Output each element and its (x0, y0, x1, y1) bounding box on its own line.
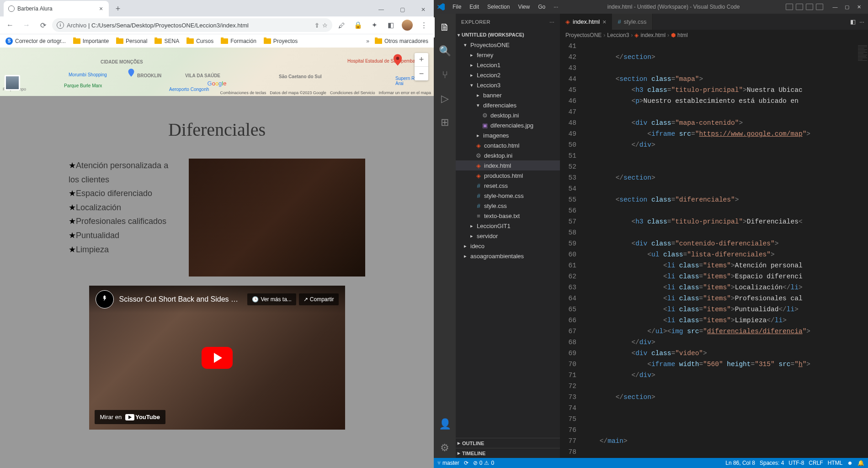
tree-folder[interactable]: ▸imagenes (456, 130, 560, 140)
layout-icon[interactable] (786, 4, 793, 10)
maximize-icon[interactable]: ▢ (841, 2, 852, 11)
youtube-embed[interactable]: Scissor Cut Short Back and Sides M... 🕒 … (89, 286, 345, 430)
encoding[interactable]: UTF-8 (788, 460, 804, 466)
extension-icon[interactable]: 🖊 (334, 18, 349, 32)
tree-file[interactable]: #style.css (456, 201, 560, 211)
video-title[interactable]: Scissor Cut Short Back and Sides M... (119, 295, 242, 303)
menu-go[interactable]: Go (535, 2, 548, 12)
tree-folder[interactable]: ▾Leccion3 (456, 80, 560, 90)
tree-folder[interactable]: ▸ferney (456, 50, 560, 60)
tree-file[interactable]: ⚙desktop.ini (456, 150, 560, 160)
bookmark-sena[interactable]: SENA (153, 37, 181, 46)
reload-button[interactable]: ⟳ (36, 18, 50, 32)
close-tab-icon[interactable]: × (602, 18, 606, 26)
address-bar[interactable]: i Archivo | C:/Users/Sena/Desktop/Proyec… (52, 18, 332, 32)
bookmarks-overflow[interactable]: » (366, 38, 369, 44)
bookmark-spell[interactable]: SCorrector de ortogr... (4, 36, 68, 46)
sync-button[interactable]: ⟳ (464, 460, 469, 466)
zoom-in-button[interactable]: + (415, 53, 428, 67)
code-editor[interactable]: 4142434445464748495051525354555657585960… (560, 41, 868, 458)
tree-file[interactable]: ◈productos.html (456, 170, 560, 181)
profile-avatar[interactable] (402, 20, 413, 31)
more-actions-icon[interactable]: ··· (859, 18, 864, 25)
menu-file[interactable]: File (449, 2, 464, 12)
tree-folder[interactable]: ▸asoagroambientales (456, 251, 560, 261)
bookmark-personal[interactable]: Personal (114, 37, 149, 46)
streetview-button[interactable] (5, 75, 20, 90)
tree-folder[interactable]: ▸Leccion1 (456, 60, 560, 70)
notifications-icon[interactable]: 🔔 (857, 460, 864, 466)
tab-index[interactable]: ◈index.html× (560, 14, 612, 30)
more-icon[interactable]: ··· (549, 19, 554, 25)
tab-style[interactable]: #style.css (612, 14, 652, 30)
tree-file[interactable]: ≡texto-base.txt (456, 211, 560, 221)
git-branch[interactable]: ⑂ master (437, 460, 459, 466)
run-debug-icon[interactable]: ▷ (434, 89, 456, 109)
bookmark-importante[interactable]: Importante (71, 37, 111, 46)
tree-folder[interactable]: ▸LeccionGIT1 (456, 221, 560, 231)
bookmark-otros[interactable]: Otros marcadores (373, 37, 430, 46)
file-tree[interactable]: ▾ProyectosONE ▸ferney ▸Leccion1 ▸Leccion… (456, 40, 560, 438)
menu-icon[interactable]: ⋮ (416, 18, 431, 32)
timeline-section[interactable]: ▸TIMELINE (456, 448, 560, 458)
tree-folder[interactable]: ▾ProyectosONE (456, 40, 560, 50)
settings-icon[interactable]: ⚙ (434, 438, 456, 458)
watch-later-button[interactable]: 🕒 Ver más ta... (247, 293, 296, 305)
tree-file[interactable]: ◈contacto.html (456, 140, 560, 150)
bookmark-star-icon[interactable]: ☆ (322, 22, 328, 29)
tree-folder[interactable]: ▸Leccion2 (456, 70, 560, 80)
menu-edit[interactable]: Edit (466, 2, 482, 12)
indentation[interactable]: Spaces: 4 (760, 460, 784, 466)
tree-folder[interactable]: ▾diferenciales (456, 100, 560, 110)
split-editor-icon[interactable]: ◧ (850, 18, 856, 25)
menu-view[interactable]: View (515, 2, 533, 12)
tree-folder[interactable]: ▸ideco (456, 241, 560, 251)
maximize-icon[interactable]: ▢ (392, 3, 413, 16)
layout-icon[interactable] (796, 4, 803, 10)
tree-folder[interactable]: ▸servidor (456, 231, 560, 241)
feedback-icon[interactable]: ☻ (847, 460, 853, 466)
channel-icon[interactable] (96, 290, 114, 308)
extensions-icon[interactable]: ✦ (367, 18, 382, 32)
tree-folder[interactable]: ▸banner (456, 90, 560, 100)
search-icon[interactable]: 🔍 (434, 41, 456, 61)
menu-more[interactable]: ··· (550, 2, 561, 12)
close-icon[interactable]: ✕ (853, 2, 864, 11)
back-button[interactable]: ← (3, 18, 17, 32)
breadcrumb[interactable]: ProyectosONE› Leccion3› ◈index.html› ⬢ht… (560, 30, 868, 41)
minimize-icon[interactable]: — (830, 2, 841, 11)
map-embed[interactable]: CIDADE MONÇÕES BROOKLIN VILA DA SAÚDE Ho… (0, 48, 434, 96)
info-icon[interactable]: i (57, 21, 64, 29)
play-button[interactable] (202, 347, 233, 369)
tree-file[interactable]: ▣diferenciales.jpg (456, 120, 560, 130)
extension-icon[interactable]: 🔒 (351, 18, 365, 32)
eol[interactable]: CRLF (809, 460, 823, 466)
tree-file-active[interactable]: ◈index.html (456, 160, 560, 170)
new-tab-button[interactable]: + (112, 2, 124, 15)
layout-icon[interactable] (806, 4, 813, 10)
cursor-position[interactable]: Ln 86, Col 8 (725, 460, 755, 466)
close-window-icon[interactable]: ✕ (413, 3, 434, 16)
bookmark-proyectos[interactable]: Proyectos (262, 37, 299, 46)
watch-on-youtube[interactable]: Mirar en YouTube (95, 410, 165, 424)
minimap[interactable] (857, 41, 868, 458)
tree-file[interactable]: #reset.css (456, 181, 560, 191)
language-mode[interactable]: HTML (828, 460, 843, 466)
menu-selection[interactable]: Selection (484, 2, 513, 12)
share-icon[interactable]: ⇧ (314, 22, 320, 29)
code-content[interactable]: </section> <section class="mapa"> <h3 cl… (584, 41, 857, 458)
zoom-out-button[interactable]: − (415, 67, 428, 80)
problems[interactable]: ⊘ 0 ⚠ 0 (473, 460, 494, 466)
explorer-icon[interactable]: 🗎 (434, 17, 456, 37)
outline-section[interactable]: ▸OUTLINE (456, 438, 560, 448)
tree-file[interactable]: #style-home.css (456, 191, 560, 201)
sidepanel-icon[interactable]: ◧ (383, 18, 398, 32)
workspace-section[interactable]: ▾UNTITLED (WORKSPACE) (456, 30, 560, 40)
tree-file[interactable]: ⚙desktop.ini (456, 110, 560, 120)
extensions-icon[interactable]: ⊞ (434, 112, 456, 133)
share-button[interactable]: ↗ Compartir (299, 293, 339, 305)
close-tab-icon[interactable]: × (98, 5, 104, 12)
source-control-icon[interactable]: ⑂ (434, 65, 456, 85)
layout-icon[interactable] (816, 4, 823, 10)
bookmark-formacion[interactable]: Formación (219, 37, 258, 46)
